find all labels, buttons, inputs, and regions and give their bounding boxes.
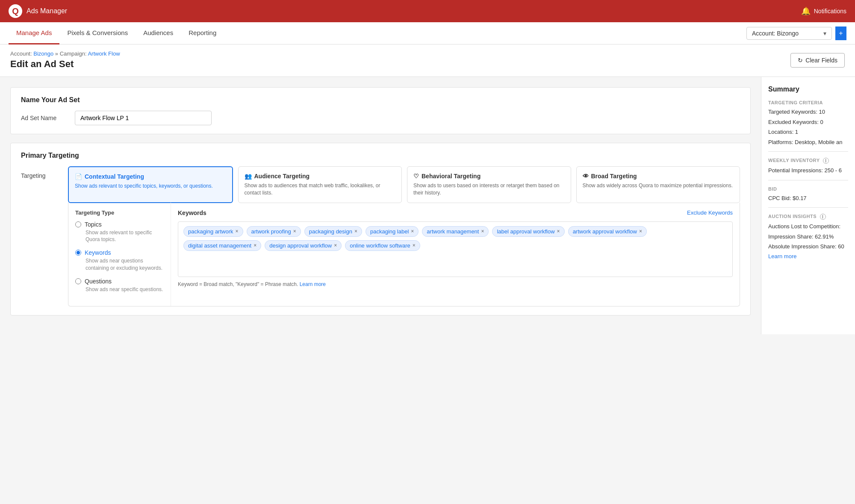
ad-set-name-label: Ad Set Name	[21, 115, 68, 121]
keywords-header: Keywords Exclude Keywords	[178, 209, 733, 216]
summary-divider-2	[768, 180, 848, 180]
behavioral-card-title: ♡ Behavioral Targeting	[413, 173, 565, 180]
quora-logo: Q Ads Manager	[9, 4, 67, 18]
keywords-footer: Keyword = Broad match, "Keyword" = Phras…	[178, 281, 733, 287]
account-selector: Account: Bizongo ▾ +	[746, 27, 846, 40]
remove-artwork-proofing-button[interactable]: ×	[293, 228, 296, 234]
targeting-card-behavioral[interactable]: ♡ Behavioral Targeting Show ads to users…	[407, 166, 571, 203]
remove-packaging-design-button[interactable]: ×	[354, 228, 357, 234]
targeting-row-outer: Targeting 📄 Contextual Targeting Show ad…	[21, 166, 740, 307]
keywords-desc: Show ads near questions containing or ex…	[86, 257, 164, 272]
page-title: Edit an Ad Set	[10, 59, 120, 70]
contextual-card-title: 📄 Contextual Targeting	[75, 173, 226, 180]
top-nav: Q Ads Manager 🔔 Notifications	[0, 0, 855, 22]
targeting-label-cell: Targeting	[21, 166, 68, 307]
summary-learn-more-link[interactable]: Learn more	[768, 253, 796, 259]
summary-divider-3	[768, 207, 848, 208]
auction-insights-label: AUCTION INSIGHTS i	[768, 214, 848, 220]
keyword-tag-packaging-label: packaging label ×	[366, 226, 419, 237]
breadcrumb: Account: Bizongo » Campaign: Artwork Flo…	[10, 50, 120, 57]
account-dropdown[interactable]: Account: Bizongo ▾	[746, 27, 832, 40]
breadcrumb-campaign-label: Campaign:	[60, 50, 87, 57]
tab-audiences[interactable]: Audiences	[136, 22, 181, 44]
keywords-tags-area: packaging artwork × artwork proofing × p…	[178, 221, 733, 277]
create-button[interactable]: +	[835, 27, 846, 40]
keywords-radio-input[interactable]	[75, 250, 81, 256]
eye-icon: 👁	[583, 173, 589, 180]
auction-insights-info-icon[interactable]: i	[820, 214, 826, 220]
remove-artwork-management-button[interactable]: ×	[481, 228, 484, 234]
tab-reporting[interactable]: Reporting	[181, 22, 224, 44]
keyword-tag-packaging-artwork: packaging artwork ×	[183, 226, 243, 237]
refresh-icon: ↻	[798, 57, 803, 64]
bid-label: BID	[768, 186, 848, 192]
keywords-title: Keywords	[178, 209, 206, 216]
exclude-keywords-link[interactable]: Exclude Keywords	[687, 209, 733, 216]
top-nav-right: 🔔 Notifications	[801, 6, 846, 16]
app-name-label: Ads Manager	[27, 7, 67, 15]
breadcrumb-separator: »	[55, 50, 60, 57]
summary-locations: Locations: 1	[768, 128, 848, 136]
main-content: Name Your Ad Set Ad Set Name Primary Tar…	[0, 77, 761, 334]
breadcrumb-account-label: Account:	[10, 50, 32, 57]
topics-radio-label[interactable]: Topics	[75, 221, 164, 228]
summary-auctions-lost: Auctions Lost to Competition:	[768, 222, 848, 231]
keywords-col: Keywords Exclude Keywords packaging artw…	[171, 203, 740, 306]
keywords-learn-more-link[interactable]: Learn more	[300, 281, 326, 287]
chevron-down-icon: ▾	[823, 30, 826, 37]
sub-nav: Manage Ads Pixels & Conversions Audience…	[0, 22, 855, 44]
doc-icon: 📄	[75, 173, 82, 180]
audience-card-desc: Show ads to audiences that match web tra…	[245, 182, 396, 197]
quora-q-icon: Q	[9, 4, 22, 18]
keywords-radio-label[interactable]: Keywords	[75, 249, 164, 256]
contextual-card-desc: Show ads relevant to specific topics, ke…	[75, 183, 226, 190]
radio-topics: Topics Show ads relevant to specific Quo…	[75, 221, 164, 244]
topics-desc: Show ads relevant to specific Quora topi…	[86, 229, 164, 244]
breadcrumb-account-link[interactable]: Bizongo	[33, 50, 53, 57]
sub-nav-tabs: Manage Ads Pixels & Conversions Audience…	[9, 22, 224, 44]
summary-platforms: Platforms: Desktop, Mobile an	[768, 138, 848, 147]
summary-absolute-impression-share: Absolute Impression Share: 60	[768, 242, 848, 251]
remove-packaging-label-button[interactable]: ×	[411, 228, 414, 234]
clear-fields-button[interactable]: ↻ Clear Fields	[790, 53, 845, 68]
summary-title: Summary	[768, 85, 848, 93]
remove-artwork-approval-workflow-button[interactable]: ×	[639, 228, 642, 234]
summary-targeted-keywords: Targeted Keywords: 10	[768, 108, 848, 116]
remove-packaging-artwork-button[interactable]: ×	[236, 228, 239, 234]
questions-desc: Show ads near specific questions.	[86, 286, 164, 293]
targeting-card-contextual[interactable]: 📄 Contextual Targeting Show ads relevant…	[68, 166, 233, 203]
page-header: Account: Bizongo » Campaign: Artwork Flo…	[0, 44, 855, 77]
audience-icon: 👥	[245, 173, 252, 180]
bell-icon: 🔔	[801, 6, 811, 16]
keywords-footer-text: Keyword = Broad match, "Keyword" = Phras…	[178, 281, 298, 287]
keyword-tag-artwork-management: artwork management ×	[422, 226, 489, 237]
targeting-cards: 📄 Contextual Targeting Show ads relevant…	[68, 166, 740, 203]
targeting-card-broad[interactable]: 👁 Broad Targeting Show ads widely across…	[576, 166, 740, 203]
heart-icon: ♡	[413, 173, 419, 180]
targeting-card-audience[interactable]: 👥 Audience Targeting Show ads to audienc…	[238, 166, 402, 203]
breadcrumb-campaign-link[interactable]: Artwork Flow	[88, 50, 120, 57]
targeting-criteria-label: TARGETING CRITERIA	[768, 100, 848, 105]
notifications-label: Notifications	[814, 8, 846, 15]
weekly-inventory-info-icon[interactable]: i	[823, 158, 829, 164]
ad-set-name-section: Name Your Ad Set Ad Set Name	[10, 87, 751, 134]
radio-keywords: Keywords Show ads near questions contain…	[75, 249, 164, 272]
summary-potential-impressions: Potential Impressions: 250 - 6	[768, 166, 848, 175]
remove-label-approval-workflow-button[interactable]: ×	[557, 228, 560, 234]
audience-card-title: 👥 Audience Targeting	[245, 173, 396, 180]
targeting-type-title: Targeting Type	[75, 209, 164, 216]
topics-radio-input[interactable]	[75, 221, 81, 227]
summary-impression-share: Impression Share: 62.91%	[768, 233, 848, 241]
remove-online-workflow-software-button[interactable]: ×	[413, 242, 416, 248]
keyword-tag-artwork-approval-workflow: artwork approval workflow ×	[568, 226, 647, 237]
tab-manage-ads[interactable]: Manage Ads	[9, 22, 59, 44]
questions-radio-label[interactable]: Questions	[75, 278, 164, 285]
keyword-tag-artwork-proofing: artwork proofing ×	[247, 226, 301, 237]
remove-design-approval-workflow-button[interactable]: ×	[334, 242, 337, 248]
tab-pixels-conversions[interactable]: Pixels & Conversions	[59, 22, 136, 44]
keyword-tag-label-approval-workflow: label approval workflow ×	[492, 226, 564, 237]
weekly-inventory-label: WEEKLY INVENTORY i	[768, 158, 848, 164]
questions-radio-input[interactable]	[75, 278, 81, 284]
ad-set-name-input[interactable]	[75, 111, 212, 125]
remove-digital-asset-management-button[interactable]: ×	[254, 242, 256, 248]
